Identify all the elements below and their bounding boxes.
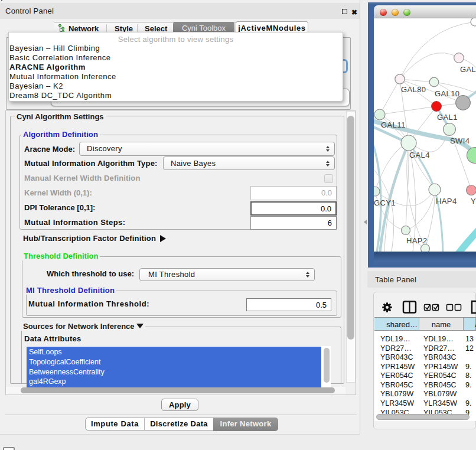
svg-text:GAL1: GAL1 (437, 113, 458, 122)
svg-text:SWI4: SWI4 (450, 136, 470, 145)
svg-text:GAL11: GAL11 (381, 120, 406, 129)
svg-text:GAL80: GAL80 (401, 85, 426, 94)
svg-text:HAP2: HAP2 (406, 236, 428, 245)
svg-text:GAL7: GAL7 (460, 65, 476, 74)
svg-text:GCY1: GCY1 (374, 198, 396, 207)
svg-text:GAL10: GAL10 (435, 89, 459, 98)
svg-text:HAP4: HAP4 (436, 197, 457, 206)
svg-text:Y: Y (471, 197, 476, 206)
svg-text:GAL4: GAL4 (409, 151, 430, 159)
